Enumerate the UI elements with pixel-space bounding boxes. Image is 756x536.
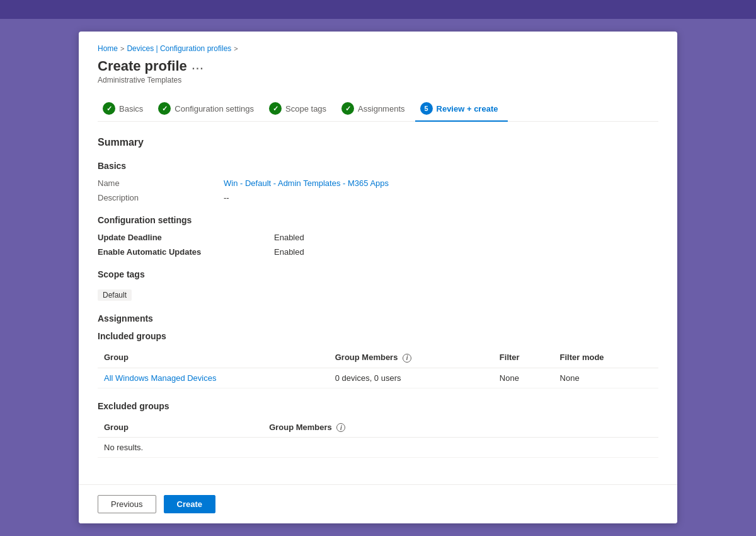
group-members-info-icon[interactable]: i xyxy=(403,354,411,363)
card-footer: Previous Create xyxy=(79,484,677,523)
tab-basics-icon: ✓ xyxy=(103,102,115,115)
description-field-row: Description -- xyxy=(98,193,658,202)
tab-review-create-icon: 5 xyxy=(420,102,433,115)
scope-tag-default: Default xyxy=(98,289,132,301)
tab-scope-tags[interactable]: ✓ Scope tags xyxy=(264,97,336,121)
auto-updates-value: Enabled xyxy=(274,247,304,257)
auto-updates-row: Enable Automatic Updates Enabled xyxy=(98,247,658,257)
included-group-filter-mode: None xyxy=(554,368,658,388)
description-label: Description xyxy=(98,193,224,202)
included-col-group: Group xyxy=(98,347,329,368)
wizard-tabs: ✓ Basics ✓ Configuration settings ✓ Scop… xyxy=(98,97,658,122)
breadcrumb-devices-config[interactable]: Devices | Configuration profiles xyxy=(127,44,231,53)
tab-config-settings[interactable]: ✓ Configuration settings xyxy=(153,97,264,121)
page-title: Create profile xyxy=(98,58,187,74)
assignments-section-title: Assignments xyxy=(98,313,658,323)
description-value: -- xyxy=(224,193,658,202)
main-card: Home > Devices | Configuration profiles … xyxy=(79,32,677,523)
tab-assignments-label: Assignments xyxy=(358,104,404,114)
tab-basics[interactable]: ✓ Basics xyxy=(98,97,153,121)
page-subtitle: Administrative Templates xyxy=(98,76,658,84)
create-button[interactable]: Create xyxy=(164,495,215,513)
name-label: Name xyxy=(98,178,224,188)
excluded-col-members: Group Members i xyxy=(263,417,658,438)
excluded-groups-table: Group Group Members i No results. xyxy=(98,417,658,458)
name-field-row: Name Win - Default - Admin Templates - M… xyxy=(98,178,658,188)
tab-config-settings-label: Configuration settings xyxy=(175,104,254,114)
tab-assignments-icon: ✓ xyxy=(341,102,354,115)
breadcrumb-home[interactable]: Home xyxy=(98,44,118,53)
no-results-text: No results. xyxy=(98,438,658,458)
included-group-filter: None xyxy=(493,368,554,388)
tab-assignments[interactable]: ✓ Assignments xyxy=(336,97,415,121)
previous-button[interactable]: Previous xyxy=(98,495,156,513)
tab-scope-tags-icon: ✓ xyxy=(269,102,282,115)
no-results-row: No results. xyxy=(98,438,658,458)
config-settings-section-title: Configuration settings xyxy=(98,215,658,225)
update-deadline-row: Update Deadline Enabled xyxy=(98,233,658,242)
basics-section-title: Basics xyxy=(98,161,658,171)
breadcrumb-sep2: > xyxy=(234,45,238,52)
excluded-group-members-info-icon[interactable]: i xyxy=(336,423,345,432)
table-row: All Windows Managed Devices 0 devices, 0… xyxy=(98,368,658,388)
included-group-members: 0 devices, 0 users xyxy=(329,368,493,388)
excluded-groups-header-row: Group Group Members i xyxy=(98,417,658,438)
card-body: Home > Devices | Configuration profiles … xyxy=(79,32,677,484)
update-deadline-value: Enabled xyxy=(274,233,304,242)
page-title-container: Create profile ... xyxy=(98,58,658,74)
auto-updates-label: Enable Automatic Updates xyxy=(98,247,274,257)
more-options-button[interactable]: ... xyxy=(192,61,204,72)
included-groups-header-row: Group Group Members i Filter Filter mode xyxy=(98,347,658,368)
breadcrumb-sep1: > xyxy=(120,45,124,52)
update-deadline-label: Update Deadline xyxy=(98,233,274,242)
excluded-col-group: Group xyxy=(98,417,263,438)
included-group-name[interactable]: All Windows Managed Devices xyxy=(98,368,329,388)
included-col-members: Group Members i xyxy=(329,347,493,368)
tab-review-create[interactable]: 5 Review + create xyxy=(415,97,508,121)
name-value: Win - Default - Admin Templates - M365 A… xyxy=(224,178,658,188)
breadcrumb: Home > Devices | Configuration profiles … xyxy=(98,44,658,53)
included-col-filter: Filter xyxy=(493,347,554,368)
tab-scope-tags-label: Scope tags xyxy=(285,104,326,114)
excluded-groups-title: Excluded groups xyxy=(98,401,658,411)
tab-review-create-label: Review + create xyxy=(437,104,498,114)
scope-tags-section-title: Scope tags xyxy=(98,269,658,279)
page-wrapper: Home > Devices | Configuration profiles … xyxy=(0,19,756,536)
summary-section-title: Summary xyxy=(98,137,658,148)
included-groups-title: Included groups xyxy=(98,331,658,341)
included-col-filter-mode: Filter mode xyxy=(554,347,658,368)
tab-basics-label: Basics xyxy=(119,104,143,114)
included-groups-table: Group Group Members i Filter Filter mode… xyxy=(98,347,658,388)
tab-config-settings-icon: ✓ xyxy=(158,102,171,115)
